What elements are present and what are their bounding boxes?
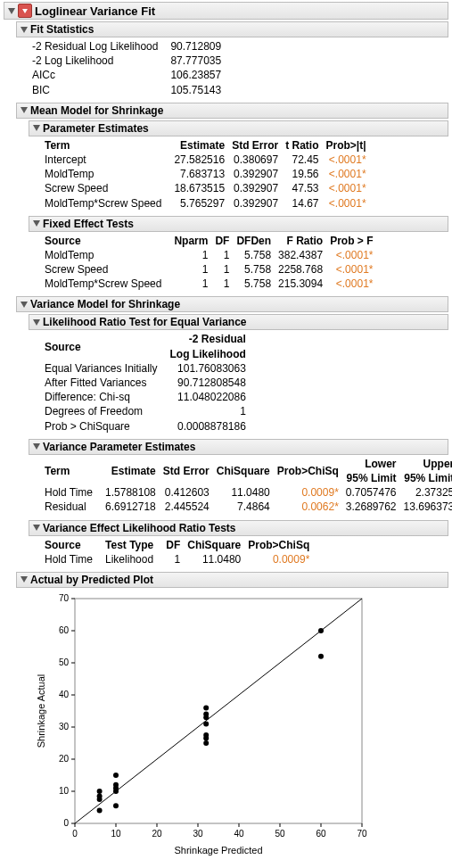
panel-title: Loglinear Variance Fit: [35, 4, 155, 18]
chevron-down-icon: [21, 576, 28, 583]
chevron-down-icon: [33, 319, 40, 326]
svg-point-50: [318, 654, 324, 659]
svg-point-51: [318, 628, 324, 633]
svg-point-49: [203, 705, 209, 710]
svg-point-34: [97, 807, 103, 813]
variance-parameter-estimates-header[interactable]: Variance Parameter Estimates: [29, 439, 448, 455]
svg-text:70: 70: [59, 593, 70, 603]
section-title: Variance Model for Shrinkage: [30, 298, 180, 310]
svg-point-43: [203, 740, 209, 746]
chevron-down-icon: [21, 302, 28, 308]
chevron-down-icon: [33, 125, 40, 131]
svg-point-45: [203, 732, 209, 738]
variance-model-header[interactable]: Variance Model for Shrinkage: [16, 296, 448, 312]
svg-text:60: 60: [316, 829, 326, 839]
svg-point-38: [113, 803, 119, 808]
fit-statistics-table: -2 Residual Log Likelihood90.712809 -2 L…: [32, 39, 228, 97]
svg-point-42: [113, 773, 119, 778]
fit-statistics-header[interactable]: Fit Statistics: [16, 21, 448, 37]
fixed-effect-tests-table: Source Nparm DF DFDen F Ratio Prob > F M…: [45, 234, 381, 292]
section-title: Parameter Estimates: [43, 122, 149, 135]
section-title: Actual by Predicted Plot: [30, 574, 153, 586]
options-menu-icon[interactable]: [18, 4, 32, 18]
section-title: Fixed Effect Tests: [43, 218, 134, 230]
svg-text:0: 0: [72, 829, 78, 839]
likelihood-ratio-test-header[interactable]: Likelihood Ratio Test for Equal Variance: [29, 314, 448, 330]
chevron-down-icon: [33, 443, 40, 450]
parameter-estimates-header[interactable]: Parameter Estimates: [29, 120, 448, 136]
actual-by-predicted-plot[interactable]: 010203040506070010203040506070Shrinkage …: [32, 591, 448, 859]
svg-text:10: 10: [59, 786, 70, 796]
section-title: Mean Model for Shrinkage: [30, 104, 163, 117]
variance-parameter-estimates-table: Term Estimate Std Error ChiSquare Prob>C…: [45, 457, 452, 515]
section-title: Variance Effect Likelihood Ratio Tests: [43, 522, 236, 534]
svg-text:40: 40: [59, 690, 70, 699]
svg-point-46: [203, 721, 209, 726]
svg-text:70: 70: [357, 829, 367, 839]
actual-by-predicted-header[interactable]: Actual by Predicted Plot: [16, 572, 448, 588]
chevron-down-icon: [21, 27, 28, 33]
section-title: Fit Statistics: [30, 23, 94, 36]
variance-effect-lrt-header[interactable]: Variance Effect Likelihood Ratio Tests: [29, 520, 448, 536]
svg-text:0: 0: [63, 818, 69, 828]
svg-text:30: 30: [193, 829, 203, 839]
likelihood-ratio-test-table: Source -2 Residual Log Likelihood Equal …: [45, 332, 253, 433]
svg-point-48: [203, 711, 209, 716]
svg-text:10: 10: [111, 829, 121, 839]
svg-text:50: 50: [59, 657, 70, 667]
chevron-down-icon: [33, 525, 40, 531]
svg-text:Shrinkage Actual: Shrinkage Actual: [36, 674, 46, 748]
parameter-estimates-table: Term Estimate Std Error t Ratio Prob>|t|…: [45, 138, 374, 211]
svg-text:Shrinkage Predicted: Shrinkage Predicted: [174, 845, 262, 856]
variance-effect-lrt-table: Source Test Type DF ChiSquare Prob>ChiSq…: [45, 538, 316, 566]
svg-text:20: 20: [152, 829, 162, 839]
mean-model-header[interactable]: Mean Model for Shrinkage: [16, 103, 448, 119]
fixed-effect-tests-header[interactable]: Fixed Effect Tests: [29, 216, 448, 232]
section-title: Variance Parameter Estimates: [43, 441, 195, 453]
chevron-down-icon: [8, 8, 15, 14]
svg-text:30: 30: [59, 722, 70, 732]
svg-text:50: 50: [275, 829, 285, 839]
svg-text:20: 20: [59, 754, 70, 764]
loglinear-variance-fit-header[interactable]: Loglinear Variance Fit: [4, 2, 448, 20]
section-title: Likelihood Ratio Test for Equal Variance: [43, 316, 247, 328]
svg-point-41: [113, 782, 119, 788]
svg-text:60: 60: [59, 625, 70, 635]
chevron-down-icon: [21, 107, 28, 113]
chevron-down-icon: [33, 220, 40, 227]
svg-text:40: 40: [234, 829, 244, 839]
svg-point-37: [97, 789, 103, 794]
svg-point-36: [97, 793, 103, 798]
